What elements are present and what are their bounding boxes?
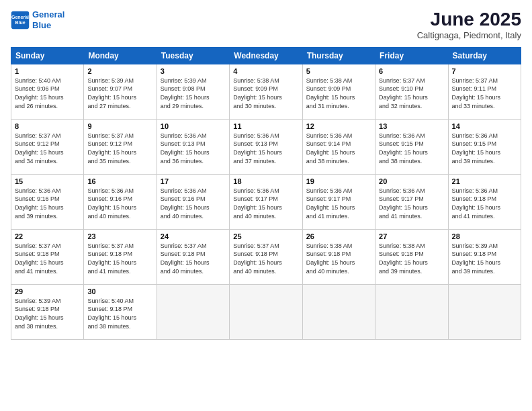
day-info: Sunrise: 5:40 AMSunset: 9:06 PMDaylight:…: [15, 77, 80, 110]
page: General Blue General Blue June 2025 Calt…: [0, 0, 532, 411]
calendar-day: 19 Sunrise: 5:36 AMSunset: 9:17 PMDaylig…: [302, 174, 375, 229]
day-info: Sunrise: 5:36 AMSunset: 9:16 PMDaylight:…: [87, 187, 152, 220]
day-number: 18: [233, 177, 298, 185]
calendar-header-row: SundayMondayTuesdayWednesdayThursdayFrid…: [11, 47, 521, 64]
calendar-day: 9 Sunrise: 5:37 AMSunset: 9:12 PMDayligh…: [84, 119, 157, 174]
calendar-day: [448, 284, 521, 339]
day-info: Sunrise: 5:38 AMSunset: 9:18 PMDaylight:…: [306, 242, 371, 275]
day-number: 20: [379, 177, 444, 185]
day-number: 15: [15, 177, 80, 185]
calendar-week-row: 8 Sunrise: 5:37 AMSunset: 9:12 PMDayligh…: [11, 119, 521, 174]
calendar-day: 2 Sunrise: 5:39 AMSunset: 9:07 PMDayligh…: [84, 64, 157, 119]
day-info: Sunrise: 5:38 AMSunset: 9:18 PMDaylight:…: [379, 242, 444, 275]
day-info: Sunrise: 5:37 AMSunset: 9:12 PMDaylight:…: [87, 132, 152, 165]
calendar-day: 18 Sunrise: 5:36 AMSunset: 9:17 PMDaylig…: [230, 174, 302, 229]
day-info: Sunrise: 5:36 AMSunset: 9:17 PMDaylight:…: [379, 187, 444, 220]
calendar-day: 29 Sunrise: 5:39 AMSunset: 9:18 PMDaylig…: [11, 284, 84, 339]
calendar-day: 1 Sunrise: 5:40 AMSunset: 9:06 PMDayligh…: [11, 64, 84, 119]
calendar-day: 30 Sunrise: 5:40 AMSunset: 9:18 PMDaylig…: [84, 284, 157, 339]
day-number: 1: [15, 67, 80, 75]
day-number: 6: [379, 67, 444, 75]
calendar-day: 22 Sunrise: 5:37 AMSunset: 9:18 PMDaylig…: [11, 229, 84, 284]
day-number: 11: [233, 122, 298, 130]
day-info: Sunrise: 5:36 AMSunset: 9:15 PMDaylight:…: [379, 132, 444, 165]
day-info: Sunrise: 5:37 AMSunset: 9:18 PMDaylight:…: [161, 242, 226, 275]
weekday-header: Sunday: [11, 47, 84, 64]
day-number: 12: [306, 122, 371, 130]
logo-icon: General Blue: [11, 11, 30, 30]
calendar-day: 13 Sunrise: 5:36 AMSunset: 9:15 PMDaylig…: [375, 119, 448, 174]
day-info: Sunrise: 5:37 AMSunset: 9:18 PMDaylight:…: [87, 242, 152, 275]
day-info: Sunrise: 5:37 AMSunset: 9:10 PMDaylight:…: [379, 77, 444, 110]
calendar: SundayMondayTuesdayWednesdayThursdayFrid…: [11, 47, 521, 340]
svg-text:Blue: Blue: [15, 20, 25, 25]
day-number: 28: [452, 232, 517, 240]
day-number: 16: [87, 177, 152, 185]
day-number: 19: [306, 177, 371, 185]
day-info: Sunrise: 5:38 AMSunset: 9:09 PMDaylight:…: [233, 77, 298, 110]
day-number: 24: [161, 232, 226, 240]
calendar-day: 24 Sunrise: 5:37 AMSunset: 9:18 PMDaylig…: [157, 229, 229, 284]
calendar-day: [375, 284, 448, 339]
day-number: 27: [379, 232, 444, 240]
calendar-day: 8 Sunrise: 5:37 AMSunset: 9:12 PMDayligh…: [11, 119, 84, 174]
calendar-day: 27 Sunrise: 5:38 AMSunset: 9:18 PMDaylig…: [375, 229, 448, 284]
calendar-day: 15 Sunrise: 5:36 AMSunset: 9:16 PMDaylig…: [11, 174, 84, 229]
day-number: 25: [233, 232, 298, 240]
day-number: 23: [87, 232, 152, 240]
calendar-day: 26 Sunrise: 5:38 AMSunset: 9:18 PMDaylig…: [302, 229, 375, 284]
calendar-day: 6 Sunrise: 5:37 AMSunset: 9:10 PMDayligh…: [375, 64, 448, 119]
day-number: 17: [161, 177, 226, 185]
calendar-week-row: 22 Sunrise: 5:37 AMSunset: 9:18 PMDaylig…: [11, 229, 521, 284]
weekday-header: Thursday: [302, 47, 375, 64]
calendar-week-row: 29 Sunrise: 5:39 AMSunset: 9:18 PMDaylig…: [11, 284, 521, 339]
top-section: General Blue General Blue June 2025 Calt…: [11, 9, 521, 40]
day-info: Sunrise: 5:36 AMSunset: 9:13 PMDaylight:…: [233, 132, 298, 165]
calendar-day: 28 Sunrise: 5:39 AMSunset: 9:18 PMDaylig…: [448, 229, 521, 284]
day-info: Sunrise: 5:37 AMSunset: 9:12 PMDaylight:…: [15, 132, 80, 165]
logo: General Blue General Blue: [11, 9, 64, 30]
calendar-week-row: 1 Sunrise: 5:40 AMSunset: 9:06 PMDayligh…: [11, 64, 521, 119]
day-info: Sunrise: 5:38 AMSunset: 9:09 PMDaylight:…: [306, 77, 371, 110]
day-info: Sunrise: 5:36 AMSunset: 9:17 PMDaylight:…: [306, 187, 371, 220]
calendar-day: 23 Sunrise: 5:37 AMSunset: 9:18 PMDaylig…: [84, 229, 157, 284]
day-info: Sunrise: 5:37 AMSunset: 9:18 PMDaylight:…: [15, 242, 80, 275]
day-info: Sunrise: 5:36 AMSunset: 9:17 PMDaylight:…: [233, 187, 298, 220]
calendar-day: 4 Sunrise: 5:38 AMSunset: 9:09 PMDayligh…: [230, 64, 302, 119]
day-number: 29: [15, 287, 80, 295]
day-number: 4: [233, 67, 298, 75]
calendar-day: [230, 284, 302, 339]
day-number: 22: [15, 232, 80, 240]
header-right: June 2025 Caltignaga, Piedmont, Italy: [417, 9, 521, 40]
calendar-day: 11 Sunrise: 5:36 AMSunset: 9:13 PMDaylig…: [230, 119, 302, 174]
day-info: Sunrise: 5:39 AMSunset: 9:07 PMDaylight:…: [87, 77, 152, 110]
day-number: 8: [15, 122, 80, 130]
calendar-day: 25 Sunrise: 5:37 AMSunset: 9:18 PMDaylig…: [230, 229, 302, 284]
day-info: Sunrise: 5:37 AMSunset: 9:18 PMDaylight:…: [233, 242, 298, 275]
day-number: 5: [306, 67, 371, 75]
day-info: Sunrise: 5:36 AMSunset: 9:13 PMDaylight:…: [161, 132, 226, 165]
day-info: Sunrise: 5:37 AMSunset: 9:11 PMDaylight:…: [452, 77, 517, 110]
weekday-header: Wednesday: [230, 47, 302, 64]
day-number: 14: [452, 122, 517, 130]
calendar-day: 3 Sunrise: 5:39 AMSunset: 9:08 PMDayligh…: [157, 64, 229, 119]
day-info: Sunrise: 5:39 AMSunset: 9:18 PMDaylight:…: [15, 297, 80, 330]
logo-text: General Blue: [32, 9, 64, 30]
day-info: Sunrise: 5:36 AMSunset: 9:14 PMDaylight:…: [306, 132, 371, 165]
day-info: Sunrise: 5:36 AMSunset: 9:15 PMDaylight:…: [452, 132, 517, 165]
day-info: Sunrise: 5:36 AMSunset: 9:16 PMDaylight:…: [161, 187, 226, 220]
calendar-day: 20 Sunrise: 5:36 AMSunset: 9:17 PMDaylig…: [375, 174, 448, 229]
calendar-day: 14 Sunrise: 5:36 AMSunset: 9:15 PMDaylig…: [448, 119, 521, 174]
day-number: 30: [87, 287, 152, 295]
day-number: 26: [306, 232, 371, 240]
calendar-day: 16 Sunrise: 5:36 AMSunset: 9:16 PMDaylig…: [84, 174, 157, 229]
weekday-header: Friday: [375, 47, 448, 64]
weekday-header: Saturday: [448, 47, 521, 64]
day-number: 10: [161, 122, 226, 130]
calendar-day: 7 Sunrise: 5:37 AMSunset: 9:11 PMDayligh…: [448, 64, 521, 119]
day-number: 13: [379, 122, 444, 130]
day-info: Sunrise: 5:39 AMSunset: 9:18 PMDaylight:…: [452, 242, 517, 275]
day-number: 21: [452, 177, 517, 185]
day-number: 2: [87, 67, 152, 75]
calendar-day: [157, 284, 229, 339]
